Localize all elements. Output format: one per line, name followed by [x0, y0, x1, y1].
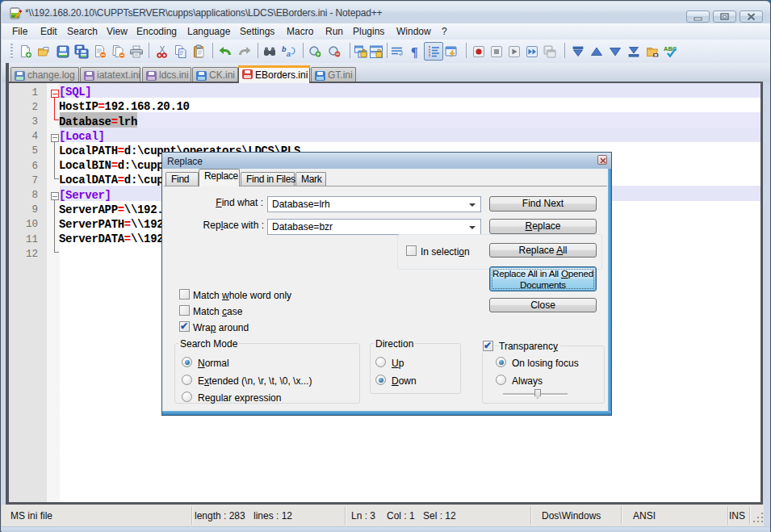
- svg-text:a: a: [287, 50, 291, 58]
- svg-text:¶: ¶: [411, 45, 418, 59]
